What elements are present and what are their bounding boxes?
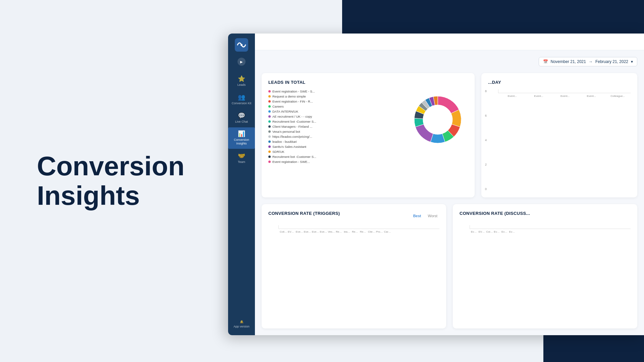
- x-axis-label: [392, 230, 399, 233]
- legend-dot: [268, 90, 271, 93]
- legend-dot: [268, 145, 271, 148]
- legend-item: leadoo - buukkari: [268, 140, 402, 143]
- x-axis-label: [408, 230, 416, 233]
- conversion-rate-triggers-card: CONVERSION RATE (TRIGGERS) Best Worst 80…: [262, 204, 446, 328]
- x-axis-label: Colleague...: [280, 230, 287, 233]
- end-date: February 21, 2022: [595, 59, 628, 64]
- x-axis-label: Recruitment: [352, 230, 359, 233]
- legend-dot: [268, 100, 271, 103]
- x-axis-label: Request a...: [360, 230, 367, 233]
- legend-dot: [268, 161, 271, 163]
- sidebar-bottom: 🔔 App version: [231, 317, 252, 331]
- legend-dot: [268, 95, 271, 98]
- sidebar-item-live-chat[interactable]: 💬 Live Chat: [228, 109, 255, 127]
- sidebar: ▶ ⭐ Leads 👥 Conversion Kit 💬 Live Chat 📊…: [228, 34, 255, 335]
- legend-item: Event registration - SWE...: [268, 160, 402, 164]
- leads-in-total-card: LEADS IN TOTAL Event registration - SWE …: [262, 73, 475, 197]
- cr-discuss-header: CONVERSION RATE (DISCUSS...: [460, 211, 631, 221]
- cr-triggers-toggle: Best Worst: [411, 213, 439, 219]
- right-section: ▶ ⭐ Leads 👥 Conversion Kit 💬 Live Chat 📊…: [221, 0, 644, 362]
- cr-discuss-chart: 120 100 80 60 40 20 0 Event...EVENT...Co…: [460, 225, 631, 322]
- legend-item: Request a demo simple: [268, 95, 402, 98]
- x-axis-label: [524, 230, 531, 233]
- x-axis-label: [562, 230, 570, 233]
- legend-label: Recruitment bot -Customer S...: [272, 155, 316, 159]
- x-axis-label: Event...: [312, 230, 319, 233]
- legend-item: Recruitment bot -Customer S...: [268, 155, 402, 159]
- best-toggle-button[interactable]: Best: [411, 213, 423, 219]
- calendar-icon: 📅: [543, 59, 548, 64]
- dashboard: 📅 November 21, 2021 → February 21, 2022 …: [255, 50, 644, 335]
- conversion-kit-icon: 👥: [238, 94, 245, 100]
- legend-item: DATA INTERN/UK: [268, 110, 402, 113]
- x-axis-label: Event...: [304, 230, 311, 233]
- legend-item: Recruitment bot -Customer S...: [268, 120, 402, 123]
- app-window: ▶ ⭐ Leads 👥 Conversion Kit 💬 Live Chat 📊…: [228, 34, 644, 335]
- legend-dot: [268, 120, 271, 123]
- cr-triggers-x-labels: Colleague...EVENT...Event...Event...Even…: [278, 230, 439, 233]
- app-logo: [234, 38, 249, 52]
- bar-chart-area: [498, 89, 631, 93]
- x-axis-label: Colleague...: [605, 95, 631, 98]
- legend-dot: [268, 115, 271, 118]
- x-axis-label: [570, 230, 577, 233]
- date-picker[interactable]: 📅 November 21, 2021 → February 21, 2022 …: [539, 57, 637, 66]
- legend-dot: [268, 150, 271, 153]
- x-axis-label: [593, 230, 600, 233]
- leads-today-title: ...DAY: [488, 80, 631, 85]
- x-axis-label: Event...: [494, 230, 501, 233]
- sidebar-expand-button[interactable]: ▶: [237, 58, 246, 66]
- cr-triggers-chart: 80 70 60 50 40 30 20 10 0 Co: [268, 225, 439, 322]
- x-axis-label: Product...: [376, 230, 383, 233]
- worst-toggle-button[interactable]: Worst: [426, 213, 439, 219]
- cr-triggers-bars: [278, 225, 439, 229]
- legend-item: Vesa's personal bot: [268, 130, 402, 133]
- sidebar-item-conversion-kit[interactable]: 👥 Conversion Kit: [228, 91, 255, 109]
- date-filter-row: 📅 November 21, 2021 → February 21, 2022 …: [262, 57, 637, 66]
- legend-label: leadoo - buukkari: [272, 140, 297, 143]
- sidebar-item-conversion-insights[interactable]: 📊 Conversion Insights: [228, 127, 255, 149]
- legend-item: SDR/UK: [268, 150, 402, 154]
- sidebar-item-team[interactable]: 🤝 Team: [228, 149, 255, 167]
- legend-label: Event registration - FIN - R...: [272, 100, 313, 103]
- x-axis-label: EVENT...: [479, 230, 486, 233]
- sidebar-item-leads[interactable]: ⭐ Leads: [228, 72, 255, 90]
- chevron-down-icon: ▾: [631, 59, 633, 64]
- x-axis-label: Event...: [579, 95, 604, 98]
- chevron-right-icon: ▶: [240, 60, 243, 64]
- x-axis-label: Event...: [320, 230, 327, 233]
- x-axis-label: Colleague...: [486, 230, 493, 233]
- x-axis-label: Event...: [526, 95, 552, 98]
- x-axis-label: [416, 230, 423, 233]
- legend-dot: [268, 125, 271, 128]
- leads-today-chart-area: 8 6 4 2 0 Event...Event...Event...Event.…: [488, 89, 631, 191]
- legend-item: Event registration - SWE - S...: [268, 89, 402, 93]
- x-axis-label: leadoo: [344, 230, 351, 233]
- legend-label: https://leadoo.com/pricing/...: [272, 135, 312, 138]
- legend-label: Santtu's Sales Assistant: [272, 145, 306, 148]
- app-version-button[interactable]: 🔔 App version: [231, 317, 252, 331]
- x-axis-label: Event...: [552, 95, 578, 98]
- x-axis-label: Career: [384, 230, 391, 233]
- x-axis-label: [578, 230, 585, 233]
- x-axis-label: Event...: [471, 230, 478, 233]
- x-axis-label: [624, 230, 631, 233]
- leads-legend: Event registration - SWE - S... Request …: [268, 89, 402, 191]
- legend-dot: [268, 105, 271, 108]
- legend-item: https://leadoo.com/pricing/...: [268, 135, 402, 138]
- x-axis-label: [555, 230, 562, 233]
- cr-triggers-header: CONVERSION RATE (TRIGGERS) Best Worst: [268, 211, 439, 221]
- svg-point-1: [240, 44, 243, 46]
- x-axis-label: EVENT...: [288, 230, 295, 233]
- legend-dot: [268, 110, 271, 113]
- date-arrow: →: [589, 59, 593, 64]
- x-axis-label: [608, 230, 615, 233]
- top-charts-row: LEADS IN TOTAL Event registration - SWE …: [262, 73, 637, 197]
- x-axis-label: [400, 230, 408, 233]
- legend-item: Careers: [268, 105, 402, 108]
- hero-section: Conversion Insights: [0, 0, 221, 362]
- x-axis-label: [517, 230, 524, 233]
- x-axis-label: [424, 230, 431, 233]
- legend-label: Event registration - SWE - S...: [272, 89, 315, 93]
- cr-triggers-title: CONVERSION RATE (TRIGGERS): [268, 211, 340, 216]
